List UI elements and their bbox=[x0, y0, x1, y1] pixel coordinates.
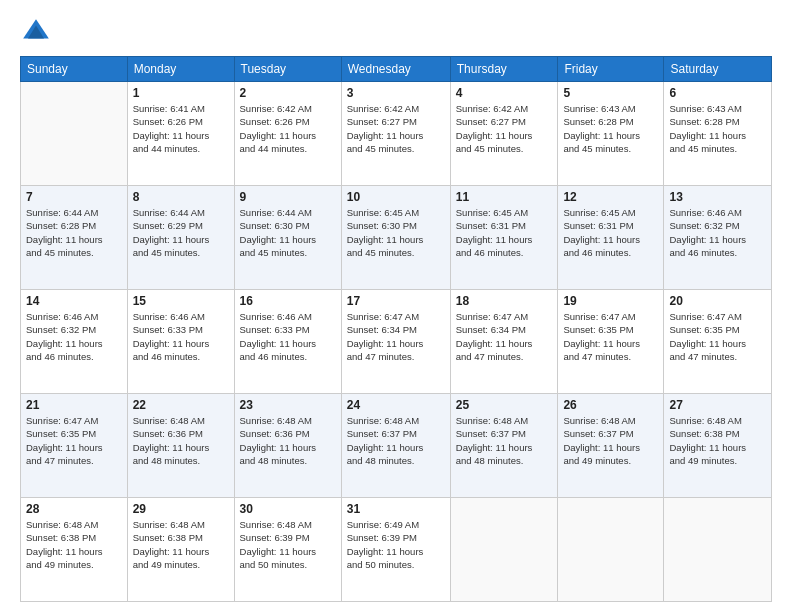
day-number: 23 bbox=[240, 398, 336, 412]
day-number: 4 bbox=[456, 86, 553, 100]
day-number: 24 bbox=[347, 398, 445, 412]
day-header-friday: Friday bbox=[558, 57, 664, 82]
calendar-cell: 24Sunrise: 6:48 AMSunset: 6:37 PMDayligh… bbox=[341, 394, 450, 498]
calendar-cell: 7Sunrise: 6:44 AMSunset: 6:28 PMDaylight… bbox=[21, 186, 128, 290]
day-number: 30 bbox=[240, 502, 336, 516]
day-header-tuesday: Tuesday bbox=[234, 57, 341, 82]
day-number: 22 bbox=[133, 398, 229, 412]
calendar-cell: 31Sunrise: 6:49 AMSunset: 6:39 PMDayligh… bbox=[341, 498, 450, 602]
day-number: 16 bbox=[240, 294, 336, 308]
day-info: Sunrise: 6:44 AMSunset: 6:28 PMDaylight:… bbox=[26, 206, 122, 259]
day-info: Sunrise: 6:46 AMSunset: 6:32 PMDaylight:… bbox=[669, 206, 766, 259]
calendar-cell bbox=[21, 82, 128, 186]
day-number: 12 bbox=[563, 190, 658, 204]
calendar-cell: 10Sunrise: 6:45 AMSunset: 6:30 PMDayligh… bbox=[341, 186, 450, 290]
day-header-saturday: Saturday bbox=[664, 57, 772, 82]
day-info: Sunrise: 6:43 AMSunset: 6:28 PMDaylight:… bbox=[669, 102, 766, 155]
day-number: 8 bbox=[133, 190, 229, 204]
day-number: 1 bbox=[133, 86, 229, 100]
day-info: Sunrise: 6:47 AMSunset: 6:35 PMDaylight:… bbox=[669, 310, 766, 363]
calendar-cell: 18Sunrise: 6:47 AMSunset: 6:34 PMDayligh… bbox=[450, 290, 558, 394]
day-info: Sunrise: 6:46 AMSunset: 6:32 PMDaylight:… bbox=[26, 310, 122, 363]
calendar-cell: 29Sunrise: 6:48 AMSunset: 6:38 PMDayligh… bbox=[127, 498, 234, 602]
logo-icon bbox=[20, 16, 52, 48]
calendar: SundayMondayTuesdayWednesdayThursdayFrid… bbox=[20, 56, 772, 602]
day-number: 2 bbox=[240, 86, 336, 100]
day-header-thursday: Thursday bbox=[450, 57, 558, 82]
day-number: 17 bbox=[347, 294, 445, 308]
day-info: Sunrise: 6:44 AMSunset: 6:30 PMDaylight:… bbox=[240, 206, 336, 259]
calendar-cell: 5Sunrise: 6:43 AMSunset: 6:28 PMDaylight… bbox=[558, 82, 664, 186]
calendar-cell: 4Sunrise: 6:42 AMSunset: 6:27 PMDaylight… bbox=[450, 82, 558, 186]
day-header-monday: Monday bbox=[127, 57, 234, 82]
calendar-cell: 22Sunrise: 6:48 AMSunset: 6:36 PMDayligh… bbox=[127, 394, 234, 498]
calendar-cell: 30Sunrise: 6:48 AMSunset: 6:39 PMDayligh… bbox=[234, 498, 341, 602]
calendar-week-row: 21Sunrise: 6:47 AMSunset: 6:35 PMDayligh… bbox=[21, 394, 772, 498]
day-info: Sunrise: 6:48 AMSunset: 6:37 PMDaylight:… bbox=[456, 414, 553, 467]
calendar-cell: 3Sunrise: 6:42 AMSunset: 6:27 PMDaylight… bbox=[341, 82, 450, 186]
day-number: 19 bbox=[563, 294, 658, 308]
calendar-cell: 1Sunrise: 6:41 AMSunset: 6:26 PMDaylight… bbox=[127, 82, 234, 186]
day-info: Sunrise: 6:42 AMSunset: 6:27 PMDaylight:… bbox=[347, 102, 445, 155]
day-number: 20 bbox=[669, 294, 766, 308]
day-number: 13 bbox=[669, 190, 766, 204]
day-number: 27 bbox=[669, 398, 766, 412]
day-info: Sunrise: 6:48 AMSunset: 6:38 PMDaylight:… bbox=[669, 414, 766, 467]
calendar-cell: 17Sunrise: 6:47 AMSunset: 6:34 PMDayligh… bbox=[341, 290, 450, 394]
day-info: Sunrise: 6:47 AMSunset: 6:34 PMDaylight:… bbox=[456, 310, 553, 363]
day-number: 21 bbox=[26, 398, 122, 412]
day-info: Sunrise: 6:46 AMSunset: 6:33 PMDaylight:… bbox=[240, 310, 336, 363]
day-info: Sunrise: 6:48 AMSunset: 6:39 PMDaylight:… bbox=[240, 518, 336, 571]
day-number: 3 bbox=[347, 86, 445, 100]
day-info: Sunrise: 6:43 AMSunset: 6:28 PMDaylight:… bbox=[563, 102, 658, 155]
day-info: Sunrise: 6:48 AMSunset: 6:37 PMDaylight:… bbox=[563, 414, 658, 467]
calendar-cell: 9Sunrise: 6:44 AMSunset: 6:30 PMDaylight… bbox=[234, 186, 341, 290]
day-info: Sunrise: 6:42 AMSunset: 6:26 PMDaylight:… bbox=[240, 102, 336, 155]
calendar-week-row: 7Sunrise: 6:44 AMSunset: 6:28 PMDaylight… bbox=[21, 186, 772, 290]
day-info: Sunrise: 6:45 AMSunset: 6:31 PMDaylight:… bbox=[456, 206, 553, 259]
day-info: Sunrise: 6:48 AMSunset: 6:36 PMDaylight:… bbox=[133, 414, 229, 467]
day-info: Sunrise: 6:47 AMSunset: 6:35 PMDaylight:… bbox=[563, 310, 658, 363]
day-number: 11 bbox=[456, 190, 553, 204]
day-number: 6 bbox=[669, 86, 766, 100]
day-number: 29 bbox=[133, 502, 229, 516]
calendar-cell bbox=[664, 498, 772, 602]
calendar-cell: 8Sunrise: 6:44 AMSunset: 6:29 PMDaylight… bbox=[127, 186, 234, 290]
calendar-cell bbox=[450, 498, 558, 602]
day-header-wednesday: Wednesday bbox=[341, 57, 450, 82]
calendar-cell: 2Sunrise: 6:42 AMSunset: 6:26 PMDaylight… bbox=[234, 82, 341, 186]
calendar-cell bbox=[558, 498, 664, 602]
day-info: Sunrise: 6:44 AMSunset: 6:29 PMDaylight:… bbox=[133, 206, 229, 259]
day-info: Sunrise: 6:49 AMSunset: 6:39 PMDaylight:… bbox=[347, 518, 445, 571]
calendar-header-row: SundayMondayTuesdayWednesdayThursdayFrid… bbox=[21, 57, 772, 82]
day-number: 15 bbox=[133, 294, 229, 308]
day-number: 28 bbox=[26, 502, 122, 516]
day-info: Sunrise: 6:46 AMSunset: 6:33 PMDaylight:… bbox=[133, 310, 229, 363]
day-header-sunday: Sunday bbox=[21, 57, 128, 82]
day-info: Sunrise: 6:48 AMSunset: 6:38 PMDaylight:… bbox=[133, 518, 229, 571]
day-info: Sunrise: 6:48 AMSunset: 6:37 PMDaylight:… bbox=[347, 414, 445, 467]
page: SundayMondayTuesdayWednesdayThursdayFrid… bbox=[0, 0, 792, 612]
day-number: 5 bbox=[563, 86, 658, 100]
day-info: Sunrise: 6:48 AMSunset: 6:38 PMDaylight:… bbox=[26, 518, 122, 571]
calendar-cell: 19Sunrise: 6:47 AMSunset: 6:35 PMDayligh… bbox=[558, 290, 664, 394]
calendar-week-row: 14Sunrise: 6:46 AMSunset: 6:32 PMDayligh… bbox=[21, 290, 772, 394]
calendar-cell: 15Sunrise: 6:46 AMSunset: 6:33 PMDayligh… bbox=[127, 290, 234, 394]
calendar-cell: 14Sunrise: 6:46 AMSunset: 6:32 PMDayligh… bbox=[21, 290, 128, 394]
day-info: Sunrise: 6:48 AMSunset: 6:36 PMDaylight:… bbox=[240, 414, 336, 467]
calendar-cell: 21Sunrise: 6:47 AMSunset: 6:35 PMDayligh… bbox=[21, 394, 128, 498]
header bbox=[20, 16, 772, 48]
day-number: 14 bbox=[26, 294, 122, 308]
calendar-week-row: 28Sunrise: 6:48 AMSunset: 6:38 PMDayligh… bbox=[21, 498, 772, 602]
calendar-cell: 23Sunrise: 6:48 AMSunset: 6:36 PMDayligh… bbox=[234, 394, 341, 498]
day-info: Sunrise: 6:42 AMSunset: 6:27 PMDaylight:… bbox=[456, 102, 553, 155]
logo bbox=[20, 16, 56, 48]
day-number: 31 bbox=[347, 502, 445, 516]
day-info: Sunrise: 6:47 AMSunset: 6:35 PMDaylight:… bbox=[26, 414, 122, 467]
day-info: Sunrise: 6:45 AMSunset: 6:30 PMDaylight:… bbox=[347, 206, 445, 259]
calendar-cell: 27Sunrise: 6:48 AMSunset: 6:38 PMDayligh… bbox=[664, 394, 772, 498]
calendar-cell: 28Sunrise: 6:48 AMSunset: 6:38 PMDayligh… bbox=[21, 498, 128, 602]
calendar-cell: 12Sunrise: 6:45 AMSunset: 6:31 PMDayligh… bbox=[558, 186, 664, 290]
calendar-cell: 13Sunrise: 6:46 AMSunset: 6:32 PMDayligh… bbox=[664, 186, 772, 290]
calendar-cell: 25Sunrise: 6:48 AMSunset: 6:37 PMDayligh… bbox=[450, 394, 558, 498]
